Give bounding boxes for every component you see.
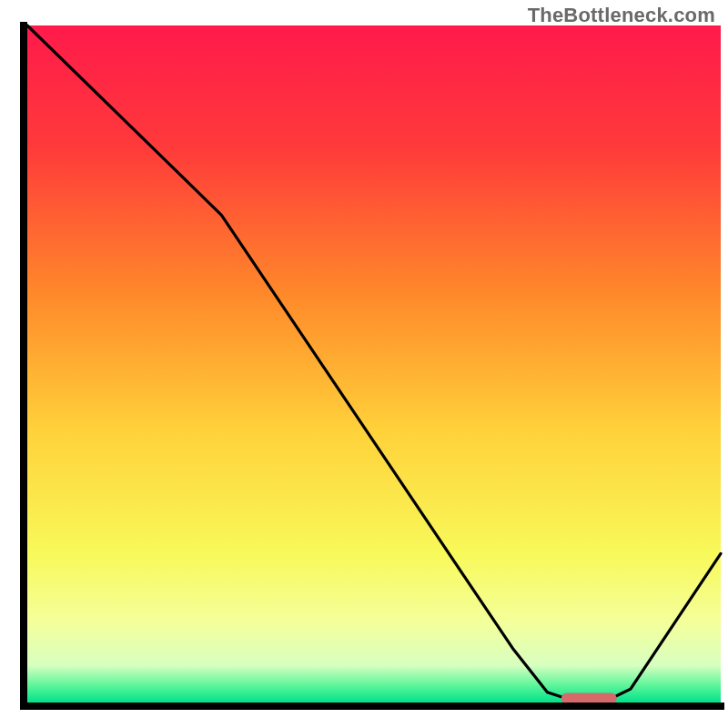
bottleneck-chart: [0, 0, 728, 728]
chart-container: TheBottleneck.com: [0, 0, 728, 728]
optimal-range-marker: [561, 693, 617, 704]
watermark-text: TheBottleneck.com: [528, 4, 715, 27]
